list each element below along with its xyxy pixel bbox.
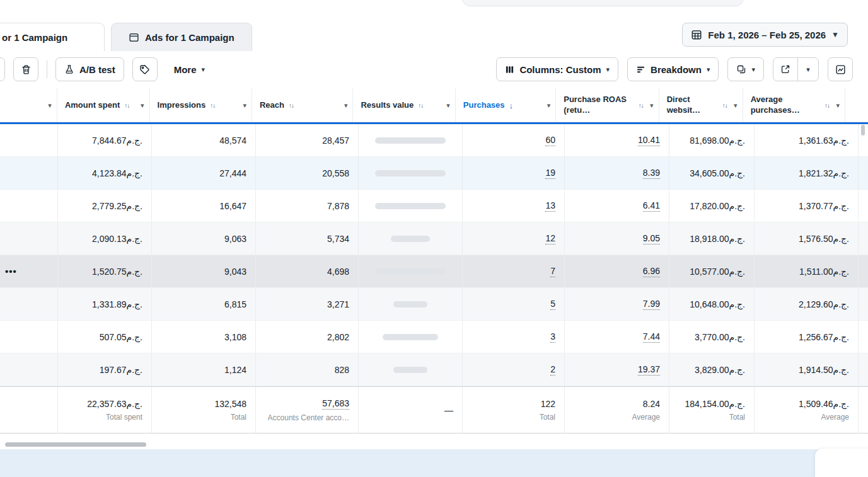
redacted-value: [383, 334, 438, 340]
export-button[interactable]: [773, 57, 798, 81]
cell-value[interactable]: 13: [545, 200, 555, 212]
breakdown-button[interactable]: Breakdown ▾: [627, 57, 719, 81]
chevron-down-icon[interactable]: ▾: [734, 101, 738, 110]
cutoff-button[interactable]: [0, 57, 5, 81]
chevron-down-icon[interactable]: ▾: [141, 101, 144, 110]
more-button[interactable]: More ▾: [166, 57, 213, 81]
cell-results-value: [358, 255, 462, 287]
cell-value[interactable]: 3: [550, 331, 555, 343]
cell-value[interactable]: 10.41: [638, 135, 660, 146]
ab-test-button[interactable]: A/B test: [55, 57, 124, 81]
cell-value[interactable]: 2: [550, 364, 555, 376]
redacted-value: [375, 170, 446, 176]
cell-value[interactable]: 19: [545, 168, 555, 179]
calendar-icon: [691, 29, 702, 40]
tab-ads-for-campaign[interactable]: Ads for 1 Campaign: [111, 23, 252, 51]
cell-purchases: 3: [462, 321, 564, 353]
summary-reach: 57,683 Accounts Center acco…: [255, 387, 358, 433]
more-horizontal-icon[interactable]: •••: [5, 266, 17, 277]
summary-row: 22,357.63ج.م. Total spent 132,548 Total …: [0, 386, 868, 434]
table-row[interactable]: 7,844.67ج.م.48,57428,4576010.4181,698.00…: [0, 124, 868, 157]
cell-value[interactable]: 6.41: [643, 200, 660, 212]
header-impressions[interactable]: Impressions ↑↓ ▾: [149, 88, 252, 122]
table-row[interactable]: •••1,520.75ج.م.9,0434,69876.9610,577.00ج…: [0, 255, 868, 288]
cell-purchases: 5: [462, 288, 564, 320]
cell-results-value: [358, 157, 462, 189]
header-reach[interactable]: Reach ↑↓ ▾: [252, 88, 352, 122]
scrolled-banner-edge: [462, 0, 744, 6]
chevron-down-icon[interactable]: ▾: [446, 101, 450, 110]
row-name-cell: [0, 353, 57, 386]
vertical-scrollbar[interactable]: [861, 125, 865, 135]
cell-value: 3,108: [224, 332, 246, 342]
header-average-purchases[interactable]: Average purchases… ↑↓ ▾: [743, 88, 845, 122]
page-background-strip: [0, 449, 868, 477]
export-options-button[interactable]: ▾: [797, 57, 819, 81]
cell-amount-spent: 507.05ج.م.: [57, 321, 151, 353]
header-purchase-roas[interactable]: Purchase ROAS (retu… ↑↓ ▾: [555, 88, 658, 122]
summary-value: —: [444, 405, 453, 415]
chevron-down-icon[interactable]: ▾: [836, 101, 840, 110]
header-name[interactable]: ▾: [0, 88, 57, 122]
cell-value[interactable]: 6.96: [643, 266, 660, 277]
horizontal-scrollbar[interactable]: [5, 442, 146, 447]
table-row[interactable]: 2,779.25ج.م.16,6477,878136.4117,820.00ج.…: [0, 190, 868, 222]
table-row[interactable]: 1,331.89ج.م.6,8153,27157.9910,648.00ج.م.…: [0, 288, 868, 321]
chevron-down-icon[interactable]: ▾: [547, 101, 551, 110]
chevron-down-icon[interactable]: ▾: [344, 101, 348, 110]
summary-value: 122: [541, 399, 555, 409]
columns-button[interactable]: Columns: Custom ▾: [496, 57, 618, 81]
cell-value: 3,829.00ج.م.: [695, 365, 745, 375]
cell-value[interactable]: 7.99: [643, 299, 660, 310]
tab-adsets-for-campaign[interactable]: or 1 Campaign: [0, 23, 105, 51]
cell-value[interactable]: 5: [550, 299, 555, 310]
cell-value[interactable]: 7: [550, 266, 555, 277]
tag-button[interactable]: [132, 57, 158, 81]
cell-value[interactable]: 19.37: [638, 364, 660, 376]
cell-value[interactable]: 7.44: [643, 331, 660, 343]
cell-value[interactable]: 9.05: [643, 233, 660, 244]
cell-impressions: 48,574: [151, 124, 255, 156]
sort-desc-icon: ↓: [509, 101, 514, 110]
delete-button[interactable]: [13, 57, 38, 81]
date-range-picker[interactable]: Feb 1, 2026 – Feb 25, 2026 ▼: [682, 23, 848, 47]
view-charts-button[interactable]: [828, 57, 853, 81]
cell-value: 27,444: [219, 168, 246, 178]
cell-direct-website: 34,605.00ج.م.: [669, 157, 754, 189]
header-direct-website[interactable]: Direct websit… ↑↓ ▾: [659, 88, 743, 122]
summary-value[interactable]: 57,683: [322, 398, 349, 410]
table-row[interactable]: 2,090.13ج.م.9,0635,734129.0518,918.00ج.م…: [0, 222, 868, 255]
sort-icon: ↑↓: [418, 102, 423, 109]
row-name-cell: •••: [0, 255, 57, 287]
cell-value: 2,090.13ج.م.: [92, 234, 142, 244]
cell-purchases: 60: [462, 124, 564, 156]
chevron-down-icon: ▾: [806, 66, 810, 74]
summary-value: 1,509.46ج.م.: [799, 399, 849, 409]
chevron-down-icon[interactable]: ▾: [48, 101, 52, 110]
cell-impressions: 27,444: [151, 157, 255, 189]
table-row[interactable]: 4,123.84ج.م.27,44420,558198.3934,605.00ج…: [0, 157, 868, 190]
redacted-value: [393, 301, 427, 307]
chevron-down-icon[interactable]: ▾: [243, 101, 246, 110]
table-row[interactable]: 197.67ج.م.1,124828219.373,829.00ج.م.1,91…: [0, 353, 868, 386]
header-label: Results value: [361, 100, 414, 111]
cell-impressions: 3,108: [151, 321, 255, 353]
cell-avg-purchases: 1,361.63ج.م.: [754, 124, 858, 156]
export-split-button: ▾: [773, 57, 819, 81]
cell-direct-website: 3,770.00ج.م.: [669, 321, 754, 353]
cell-value: 2,129.60ج.م.: [799, 299, 849, 309]
cell-value[interactable]: 12: [545, 233, 555, 244]
header-results-value[interactable]: Results value ↑↓ ▾: [352, 88, 454, 122]
cell-value[interactable]: 8.39: [643, 168, 660, 179]
cell-value: 1,256.67ج.م.: [799, 332, 849, 342]
row-sliver: [858, 222, 868, 255]
summary-average-purchases: 1,509.46ج.م. Average: [754, 387, 858, 433]
chevron-down-icon[interactable]: ▾: [650, 101, 654, 110]
header-amount-spent[interactable]: Amount spent ↑↓ ▾: [57, 88, 149, 122]
header-purchases[interactable]: Purchases ↓ ▾: [455, 88, 555, 122]
row-name-cell: [0, 124, 57, 156]
table-row[interactable]: 507.05ج.م.3,1082,80237.443,770.00ج.م.1,2…: [0, 321, 868, 353]
cell-value[interactable]: 60: [545, 135, 555, 146]
summary-name-cell: [0, 387, 57, 433]
duplicate-button[interactable]: ▾: [727, 57, 764, 81]
